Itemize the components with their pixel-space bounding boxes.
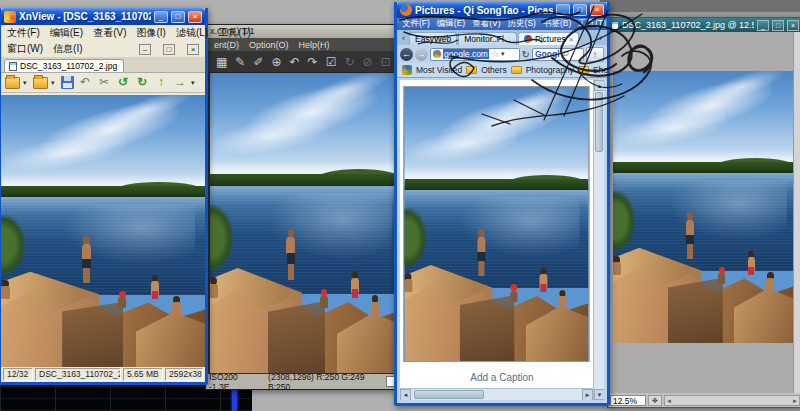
tab-scroll-right-icon[interactable]: › bbox=[596, 31, 605, 45]
forward-button[interactable]: → bbox=[415, 48, 428, 61]
content-horizontal-scrollbar[interactable]: ◄ ► bbox=[400, 388, 593, 400]
browser-titlebar[interactable]: Pictures - Qi SongTao - Picasa Web Alb..… bbox=[397, 2, 607, 18]
tab-scroll-left-icon[interactable]: ‹ bbox=[399, 31, 408, 45]
menu-item-window[interactable]: 窗口(W) bbox=[7, 42, 43, 56]
edit-pen-icon[interactable]: ✎ bbox=[235, 55, 245, 69]
menu-item-view[interactable]: 查看(V) bbox=[93, 26, 126, 40]
menu-item-option[interactable]: Option(O) bbox=[249, 40, 289, 50]
mdi-close-button[interactable]: × bbox=[187, 44, 199, 55]
maximize-button[interactable]: □ bbox=[573, 4, 587, 16]
close-button[interactable]: × bbox=[188, 11, 202, 23]
browse-icon[interactable] bbox=[5, 77, 20, 89]
psdoc-horizontal-scrollbar[interactable]: ◄ ► bbox=[664, 395, 800, 406]
mdi-restore-button[interactable]: □ bbox=[163, 44, 175, 55]
menu-item-view[interactable]: 查看(V) bbox=[472, 18, 500, 30]
tag-icon[interactable]: ⊘ bbox=[362, 55, 372, 69]
checkbox-icon[interactable]: ☑ bbox=[326, 55, 337, 69]
back-button[interactable]: ← bbox=[400, 48, 413, 61]
rotate-ccw-icon[interactable]: ↺ bbox=[115, 75, 131, 90]
url-bar[interactable]: google.com ☆ ▾ bbox=[430, 48, 520, 61]
upload-icon[interactable]: ↑ bbox=[153, 75, 169, 90]
menu-item-info[interactable]: 信息(I) bbox=[53, 42, 82, 56]
pan-hand-icon[interactable]: ✥ bbox=[648, 395, 662, 406]
zoom-level-field[interactable]: 12.5% bbox=[610, 395, 646, 406]
reload-button[interactable]: ↻ bbox=[522, 49, 530, 60]
photo-person-sitting-2 bbox=[367, 295, 382, 337]
menu-item-file[interactable]: 文件(F) bbox=[7, 26, 40, 40]
menu-item-tools[interactable]: 工具(T) bbox=[578, 18, 606, 30]
scroll-right-icon[interactable]: ► bbox=[792, 398, 798, 404]
open-folder-icon[interactable] bbox=[33, 77, 48, 89]
photo-view-xnview[interactable] bbox=[1, 95, 205, 367]
rotate-right-icon[interactable]: ↷ bbox=[308, 55, 318, 69]
maximize-button[interactable]: □ bbox=[171, 11, 185, 23]
xnview-titlebar[interactable]: XnView - [DSC_3163_110702_2.jpg] _ □ × bbox=[1, 8, 205, 25]
image-file-icon bbox=[9, 62, 17, 71]
bookmark-shopping[interactable]: Shopping bbox=[593, 65, 607, 75]
photo-view-psdoc[interactable] bbox=[613, 71, 796, 343]
open-dropdown-icon[interactable]: ▾ bbox=[51, 79, 58, 87]
bookmark-others[interactable]: Others bbox=[481, 65, 507, 75]
tab-label: Pictures bbox=[535, 34, 566, 44]
tab-monitor[interactable]: Monitor..Fl... bbox=[458, 32, 517, 45]
menu-item-file[interactable]: 文件(F) bbox=[402, 18, 430, 30]
export-icon[interactable]: → bbox=[172, 75, 188, 90]
tab-easyweb[interactable]: EasyWeb bbox=[409, 32, 457, 45]
menu-item-tools[interactable]: 工具(T) bbox=[218, 26, 251, 40]
search-icon[interactable]: ⚲ bbox=[559, 48, 571, 60]
minimize-button[interactable]: _ bbox=[757, 20, 769, 31]
scroll-right-icon[interactable]: ► bbox=[582, 389, 593, 400]
url-dropdown-icon[interactable]: ▾ bbox=[501, 50, 508, 58]
scroll-up-icon[interactable]: ▲ bbox=[594, 80, 604, 91]
scroll-down-icon[interactable]: ▼ bbox=[594, 389, 604, 400]
minimize-button[interactable]: _ bbox=[154, 11, 168, 23]
bookmark-most-visited[interactable]: Most Visited bbox=[416, 65, 462, 75]
scroll-left-icon[interactable]: ◄ bbox=[666, 398, 672, 404]
photo-bush bbox=[210, 205, 233, 271]
menu-item-edit[interactable]: 编辑(E) bbox=[50, 26, 83, 40]
photo-view-browser[interactable] bbox=[403, 86, 589, 362]
menu-item-image[interactable]: 图像(I) bbox=[136, 26, 165, 40]
url-text[interactable]: google.com bbox=[443, 49, 489, 59]
photo-caption[interactable]: Add a Caption bbox=[400, 372, 604, 383]
menu-item-comment[interactable]: ent(D) bbox=[214, 40, 239, 50]
toolbar-more-icon[interactable]: ▾ bbox=[191, 79, 198, 87]
brush-icon[interactable]: ✐ bbox=[253, 55, 263, 69]
save-icon[interactable] bbox=[61, 76, 74, 89]
psdoc-vertical-scrollbar[interactable] bbox=[793, 32, 800, 393]
bookmark-photography[interactable]: Photography bbox=[526, 65, 574, 75]
thumbnails-icon[interactable]: ▦ bbox=[216, 55, 227, 69]
status-dimensions: 2592x3872x24, 0.67 bbox=[165, 368, 203, 381]
refresh-icon[interactable]: ↻ bbox=[344, 55, 354, 69]
save-icon[interactable]: ⊡ bbox=[381, 55, 391, 69]
browse-dropdown-icon[interactable]: ▾ bbox=[23, 79, 30, 87]
maximize-button[interactable]: □ bbox=[772, 20, 784, 31]
rotate-left-icon[interactable]: ↶ bbox=[290, 55, 300, 69]
tab-close-icon[interactable]: × bbox=[569, 35, 574, 44]
undo-icon[interactable]: ↶ bbox=[77, 75, 93, 90]
menu-item-help[interactable]: Help(H) bbox=[299, 40, 330, 50]
menu-item-history[interactable]: 历史(S) bbox=[508, 18, 536, 30]
photo-view-dark-viewer[interactable] bbox=[210, 73, 402, 373]
menu-item-filter[interactable]: 滤镜(L) bbox=[176, 26, 208, 40]
close-button[interactable]: × bbox=[590, 4, 604, 16]
mdi-minimize-button[interactable]: – bbox=[139, 44, 151, 55]
adjust-icon[interactable]: ⊕ bbox=[271, 55, 281, 69]
menu-item-bookmarks[interactable]: 书签(B) bbox=[543, 18, 571, 30]
bookmark-star-icon[interactable]: ☆ bbox=[491, 49, 499, 59]
psdoc-titlebar[interactable]: DSC_3163_110702_2.jpg @ 12.5%... _ □ × bbox=[608, 18, 800, 32]
xnview-image-tab[interactable]: DSC_3163_110702_2.jpg bbox=[4, 59, 124, 72]
minimize-button[interactable]: _ bbox=[556, 4, 570, 16]
content-vertical-scrollbar[interactable]: ▲ ▼ bbox=[593, 80, 604, 400]
tab-pictures[interactable]: Pictures × bbox=[518, 32, 579, 45]
menu-item-edit[interactable]: 编辑(E) bbox=[437, 18, 465, 30]
vertical-scroll-thumb[interactable] bbox=[595, 92, 603, 152]
scroll-left-icon[interactable]: ◄ bbox=[400, 389, 411, 400]
up-navigation-button[interactable]: ↑ bbox=[586, 47, 604, 62]
dark-viewer-toolbar: ▦ ✎ ✐ ⊕ ↶ ↷ ☑ ↻ ⊘ ⊡ bbox=[206, 51, 404, 73]
horizontal-scroll-thumb[interactable] bbox=[414, 390, 484, 399]
rotate-cw-icon[interactable]: ↻ bbox=[134, 75, 150, 90]
close-button[interactable]: × bbox=[787, 20, 799, 31]
search-box[interactable]: Googl ⚲ bbox=[532, 48, 584, 61]
crop-icon[interactable]: ✂ bbox=[96, 75, 112, 90]
